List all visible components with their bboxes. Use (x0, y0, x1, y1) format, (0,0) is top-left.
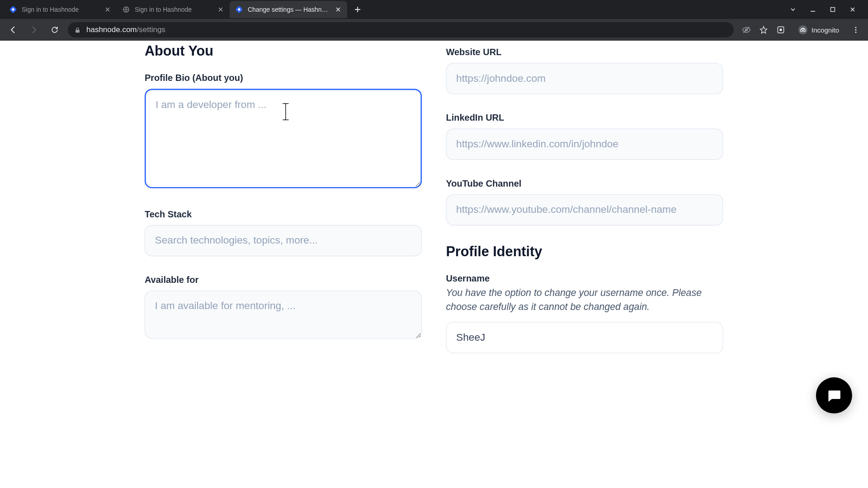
techstack-input[interactable] (145, 225, 422, 256)
back-button[interactable] (5, 22, 21, 38)
svg-point-4 (238, 8, 240, 10)
page-content: Location About You Profile Bio (About yo… (0, 41, 868, 488)
eye-off-icon[interactable] (742, 25, 751, 34)
globe-icon (122, 5, 130, 14)
incognito-indicator[interactable]: Incognito (793, 23, 844, 37)
new-tab-button[interactable] (351, 3, 364, 16)
close-icon[interactable] (335, 6, 342, 13)
available-label: Available for (145, 274, 422, 285)
maximize-button[interactable] (828, 5, 837, 14)
tab-title: Sign in to Hashnode (135, 6, 212, 13)
tab-signin-1[interactable]: Sign in to Hashnode (4, 1, 117, 18)
tab-title: Sign in to Hashnode (22, 6, 99, 13)
svg-rect-9 (780, 29, 782, 31)
linkedin-input[interactable] (446, 129, 723, 160)
tab-strip: Sign in to Hashnode Sign in to Hashnode … (0, 0, 868, 19)
window-controls (788, 5, 864, 14)
forward-button[interactable] (26, 22, 42, 38)
svg-point-13 (855, 27, 857, 28)
hashnode-icon (9, 5, 17, 14)
profile-identity-heading: Profile Identity (446, 244, 723, 260)
close-window-button[interactable] (848, 5, 857, 14)
bookmark-star-icon[interactable] (759, 25, 768, 34)
youtube-input[interactable] (446, 194, 723, 225)
url-text: hashnode.com/settings (86, 25, 165, 34)
tab-settings[interactable]: Change settings — Hashnode (230, 1, 347, 18)
bio-textarea[interactable] (145, 89, 422, 188)
incognito-icon (798, 25, 808, 35)
svg-point-15 (855, 32, 857, 33)
incognito-label: Incognito (811, 26, 839, 34)
browser-toolbar: hashnode.com/settings Incognito (0, 19, 868, 41)
svg-point-14 (855, 29, 857, 31)
kebab-menu-icon[interactable] (852, 26, 860, 34)
chat-widget-button[interactable] (816, 377, 852, 413)
website-input[interactable] (446, 63, 723, 94)
tab-title: Change settings — Hashnode (248, 6, 330, 13)
linkedin-label: LinkedIn URL (446, 113, 723, 123)
bio-label: Profile Bio (About you) (145, 73, 422, 83)
username-label: Username (446, 273, 723, 284)
website-label: Website URL (446, 47, 723, 57)
svg-point-1 (12, 8, 14, 10)
username-note: You have the option to change your usern… (446, 286, 723, 314)
chat-icon (826, 387, 842, 404)
youtube-label: YouTube Channel (446, 178, 723, 188)
svg-point-10 (798, 25, 807, 34)
lock-icon (74, 27, 81, 33)
tab-signin-2[interactable]: Sign in to Hashnode (117, 1, 230, 18)
svg-rect-6 (75, 29, 80, 32)
username-input[interactable] (446, 322, 723, 353)
reload-button[interactable] (47, 22, 62, 38)
address-bar[interactable]: hashnode.com/settings (68, 22, 734, 38)
chevron-down-icon[interactable] (788, 5, 797, 14)
close-icon[interactable] (217, 6, 224, 13)
techstack-label: Tech Stack (145, 209, 422, 219)
minimize-button[interactable] (808, 5, 817, 14)
hashnode-icon (235, 5, 243, 14)
about-you-heading: About You (145, 43, 422, 59)
close-icon[interactable] (104, 6, 111, 13)
svg-rect-5 (831, 8, 835, 12)
install-app-icon[interactable] (776, 25, 785, 34)
available-textarea[interactable] (145, 291, 422, 339)
